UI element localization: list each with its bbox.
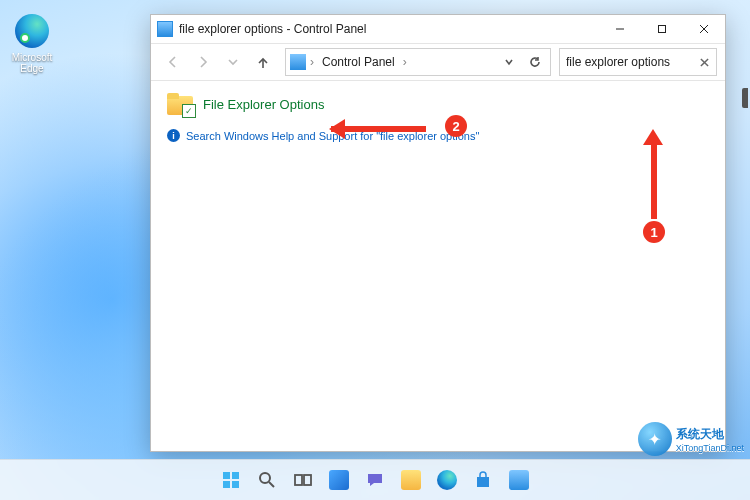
svg-rect-13 bbox=[295, 475, 302, 485]
annotation-arrow-1 bbox=[639, 129, 669, 229]
taskbar-store[interactable] bbox=[468, 465, 498, 495]
clear-search-button[interactable] bbox=[696, 54, 712, 70]
svg-rect-8 bbox=[232, 472, 239, 479]
svg-rect-9 bbox=[223, 481, 230, 488]
svg-rect-1 bbox=[659, 26, 666, 33]
refresh-button[interactable] bbox=[524, 51, 546, 73]
nav-back-button[interactable] bbox=[159, 48, 187, 76]
watermark-text-en: XiTongTianDi.net bbox=[676, 443, 744, 453]
control-panel-window: file explorer options - Control Panel › … bbox=[150, 14, 726, 452]
nav-forward-button[interactable] bbox=[189, 48, 217, 76]
window-title: file explorer options - Control Panel bbox=[179, 22, 599, 36]
breadcrumb-sep: › bbox=[403, 55, 407, 69]
breadcrumb-sep: › bbox=[310, 55, 314, 69]
taskbar-taskview[interactable] bbox=[288, 465, 318, 495]
maximize-button[interactable] bbox=[641, 15, 683, 43]
minimize-button[interactable] bbox=[599, 15, 641, 43]
taskbar[interactable] bbox=[0, 459, 750, 500]
svg-point-11 bbox=[260, 473, 270, 483]
search-help-link[interactable]: i Search Windows Help and Support for "f… bbox=[167, 129, 709, 142]
watermark-text-cn: 系统天地 bbox=[676, 426, 744, 443]
watermark-icon: ✦ bbox=[638, 422, 672, 456]
search-input[interactable] bbox=[564, 54, 696, 70]
window-icon bbox=[157, 21, 173, 37]
side-handle bbox=[742, 88, 748, 108]
control-panel-icon bbox=[290, 54, 306, 70]
taskbar-chat[interactable] bbox=[360, 465, 390, 495]
address-dropdown-button[interactable] bbox=[498, 51, 520, 73]
titlebar[interactable]: file explorer options - Control Panel bbox=[151, 15, 725, 44]
folder-options-icon bbox=[167, 93, 193, 115]
annotation-badge-1: 1 bbox=[643, 221, 665, 243]
address-bar[interactable]: › Control Panel › bbox=[285, 48, 551, 76]
desktop-icon-edge[interactable]: MicrosoftEdge bbox=[6, 14, 58, 74]
breadcrumb-root[interactable]: Control Panel bbox=[318, 55, 399, 69]
nav-recent-button[interactable] bbox=[219, 48, 247, 76]
taskbar-widgets[interactable] bbox=[324, 465, 354, 495]
svg-rect-10 bbox=[232, 481, 239, 488]
search-box[interactable] bbox=[559, 48, 717, 76]
taskbar-search[interactable] bbox=[252, 465, 282, 495]
result-file-explorer-options[interactable]: File Explorer Options bbox=[167, 93, 709, 115]
taskbar-app[interactable] bbox=[504, 465, 534, 495]
svg-line-12 bbox=[269, 482, 274, 487]
nav-up-button[interactable] bbox=[249, 48, 277, 76]
results-area: File Explorer Options i Search Windows H… bbox=[151, 81, 725, 451]
watermark: ✦ 系统天地 XiTongTianDi.net bbox=[638, 422, 744, 456]
taskbar-edge[interactable] bbox=[432, 465, 462, 495]
info-icon: i bbox=[167, 129, 180, 142]
annotation-badge-2: 2 bbox=[445, 115, 467, 137]
close-button[interactable] bbox=[683, 15, 725, 43]
edge-icon bbox=[15, 14, 49, 48]
taskbar-explorer[interactable] bbox=[396, 465, 426, 495]
toolbar: › Control Panel › bbox=[151, 44, 725, 81]
desktop-icon-label: MicrosoftEdge bbox=[6, 52, 58, 74]
help-text: Search Windows Help and Support for "fil… bbox=[186, 130, 479, 142]
svg-rect-7 bbox=[223, 472, 230, 479]
result-label: File Explorer Options bbox=[203, 97, 324, 112]
start-button[interactable] bbox=[216, 465, 246, 495]
svg-rect-14 bbox=[304, 475, 311, 485]
